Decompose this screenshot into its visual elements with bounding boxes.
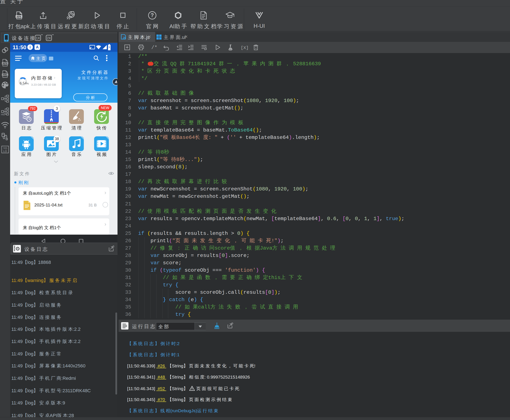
svg-text:[X]: [X] [242, 45, 248, 50]
svg-text:/*: /* [151, 45, 158, 51]
svg-text:HID: HID [1, 113, 5, 116]
svg-text:JS: JS [123, 36, 126, 39]
svg-text:?: ? [151, 12, 154, 18]
svg-text:XML: XML [2, 74, 8, 76]
svg-text:APK: APK [16, 15, 21, 18]
svg-text:YO: YO [3, 147, 7, 150]
svg-text:1X: 1X [36, 36, 40, 40]
svg-text:2X: 2X [47, 36, 51, 40]
svg-text:APK: APK [2, 62, 7, 65]
svg-text:LO: LO [3, 150, 7, 153]
